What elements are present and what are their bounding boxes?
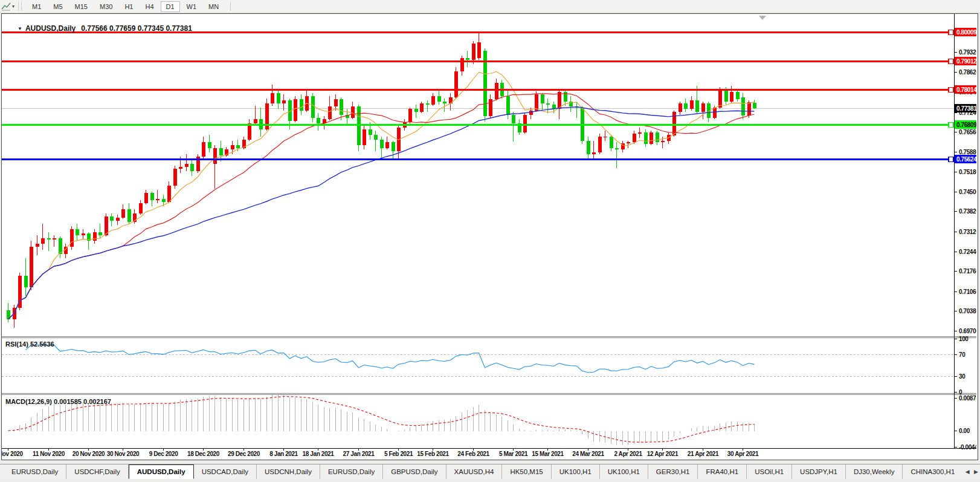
svg-text:18 Jan 2021: 18 Jan 2021: [303, 451, 335, 457]
toolbar-separator: [230, 2, 231, 11]
svg-text:0.008782: 0.008782: [959, 395, 976, 402]
svg-text:0.69700: 0.69700: [959, 328, 976, 334]
chart-tab-uk100-h1[interactable]: UK100,H1: [552, 464, 600, 479]
svg-text:0.77381: 0.77381: [956, 105, 976, 112]
timeframe-button-m1[interactable]: M1: [27, 1, 47, 12]
timeframe-button-m15[interactable]: M15: [69, 1, 93, 12]
chart-line-tool-icon[interactable]: [1, 2, 11, 11]
chart-tab-china300-h1[interactable]: CHINA300,H1: [903, 464, 958, 479]
chart-tab-audusd-daily[interactable]: AUDUSD,Daily: [129, 464, 194, 479]
svg-text:0.72440: 0.72440: [959, 249, 976, 255]
tool-dropdown-caret-icon[interactable]: ▾: [12, 4, 15, 9]
chart-tab-usdjpy-h1[interactable]: USDJPY,H1: [792, 464, 846, 479]
svg-text:0.78620: 0.78620: [959, 69, 976, 76]
svg-text:20 Nov 2020: 20 Nov 2020: [73, 451, 105, 457]
svg-text:29 Dec 2020: 29 Dec 2020: [228, 451, 260, 457]
svg-text:30 Apr 2021: 30 Apr 2021: [727, 451, 759, 457]
svg-text:2 Apr 2021: 2 Apr 2021: [614, 451, 642, 457]
chart-tab-eurusd-daily[interactable]: EURUSD,Daily: [320, 464, 383, 479]
chart-tab-usdchf-daily[interactable]: USDCHF,Daily: [66, 464, 128, 479]
timeframe-button-w1[interactable]: W1: [181, 1, 202, 12]
svg-text:0.76809: 0.76809: [956, 122, 976, 128]
chart-tab-hk50-m15[interactable]: HK50,M15: [502, 464, 551, 479]
chart-toolbar: ▾ M1M5M15M30H1H4D1W1MN: [0, 0, 980, 13]
timeframe-button-m30[interactable]: M30: [94, 1, 118, 12]
chart-tabs: EURUSD,DailyUSDCHF,DailyAUDUSD,DailyUSDC…: [0, 464, 958, 479]
svg-text:0.73820: 0.73820: [959, 208, 976, 215]
svg-text:0.00: 0.00: [959, 428, 970, 434]
tab-scroll-arrows: ◀ ▶: [962, 469, 978, 475]
svg-text:0.71760: 0.71760: [959, 268, 976, 275]
svg-text:0.74500: 0.74500: [959, 189, 976, 195]
chart-tab-fra40-h1[interactable]: FRA40,H1: [698, 464, 747, 479]
chart-tab-bar: EURUSD,DailyUSDCHF,DailyAUDUSD,DailyUSDC…: [0, 464, 980, 480]
chart-tab-uk100-h1[interactable]: UK100,H1: [600, 464, 648, 479]
timeframe-button-group: M1M5M15M30H1H4D1W1MN: [26, 1, 225, 12]
svg-text:27 Jan 2021: 27 Jan 2021: [343, 451, 375, 457]
chart-tab-gbpusd-daily[interactable]: GBPUSD,Daily: [383, 464, 446, 479]
svg-text:21 Apr 2021: 21 Apr 2021: [688, 451, 719, 457]
svg-text:0.75880: 0.75880: [959, 149, 976, 155]
svg-text:0.75180: 0.75180: [959, 169, 976, 175]
chart-tab-eurusd-daily[interactable]: EURUSD,Daily: [4, 464, 66, 479]
tab-scroll-left-icon[interactable]: ◀: [965, 469, 970, 475]
chart-shift-marker: [759, 16, 766, 20]
chart-tab-usdcad-daily[interactable]: USDCAD,Daily: [194, 464, 257, 479]
timeframe-button-h4[interactable]: H4: [140, 1, 159, 12]
svg-text:70: 70: [959, 351, 965, 358]
svg-text:0.70380: 0.70380: [959, 308, 976, 314]
svg-text:30: 30: [959, 373, 965, 380]
svg-text:0.76560: 0.76560: [959, 129, 976, 135]
svg-text:-0.004451: -0.004451: [959, 444, 976, 451]
svg-text:0.79320: 0.79320: [959, 49, 976, 56]
svg-text:24 Mar 2021: 24 Mar 2021: [572, 451, 604, 457]
svg-text:5 Feb 2021: 5 Feb 2021: [384, 451, 413, 457]
timeframe-button-mn[interactable]: MN: [203, 1, 224, 12]
svg-text:0.80009: 0.80009: [956, 29, 976, 36]
timeframe-button-h1[interactable]: H1: [119, 1, 138, 12]
svg-text:15 Feb 2021: 15 Feb 2021: [417, 451, 449, 457]
svg-text:8 Jan 2021: 8 Jan 2021: [269, 451, 298, 457]
svg-text:9 Dec 2020: 9 Dec 2020: [149, 451, 179, 457]
timeframe-button-m5[interactable]: M5: [48, 1, 68, 12]
chart-tab-xauusd-h4[interactable]: XAUUSD,H4: [446, 464, 503, 479]
svg-text:0.79012: 0.79012: [956, 58, 976, 65]
svg-text:100: 100: [959, 336, 969, 342]
svg-text:0.71060: 0.71060: [959, 288, 976, 295]
svg-text:0.73120: 0.73120: [959, 229, 976, 235]
timeframe-button-d1[interactable]: D1: [161, 1, 180, 12]
svg-text:15 Mar 2021: 15 Mar 2021: [532, 451, 564, 457]
svg-text:18 Dec 2020: 18 Dec 2020: [187, 451, 220, 457]
svg-text:24 Feb 2021: 24 Feb 2021: [457, 451, 489, 457]
chart-window: 0.793200.786200.779400.772400.765600.758…: [1, 13, 978, 460]
svg-text:0.78014: 0.78014: [956, 86, 976, 93]
toolbar-grip[interactable]: [18, 2, 22, 11]
svg-text:5 Mar 2021: 5 Mar 2021: [499, 451, 528, 457]
chart-tab-dj30-weekly[interactable]: DJ30,Weekly: [846, 464, 903, 479]
tab-scroll-right-icon[interactable]: ▶: [974, 469, 978, 475]
svg-text:30 Nov 2020: 30 Nov 2020: [107, 451, 140, 457]
chart-tab-usdcnh-daily[interactable]: USDCNH,Daily: [257, 464, 320, 479]
svg-text:11 Nov 2020: 11 Nov 2020: [33, 451, 65, 457]
svg-text:2 Nov 2020: 2 Nov 2020: [2, 451, 23, 457]
chart-tab-usoil-h1[interactable]: USOil,H1: [747, 464, 792, 479]
chart-tab-ger30-h1[interactable]: GER30,H1: [648, 464, 698, 479]
svg-text:12 Apr 2021: 12 Apr 2021: [647, 451, 679, 457]
svg-text:0.75624: 0.75624: [956, 156, 976, 163]
chart-canvas[interactable]: 0.793200.786200.779400.772400.765600.758…: [2, 14, 976, 458]
